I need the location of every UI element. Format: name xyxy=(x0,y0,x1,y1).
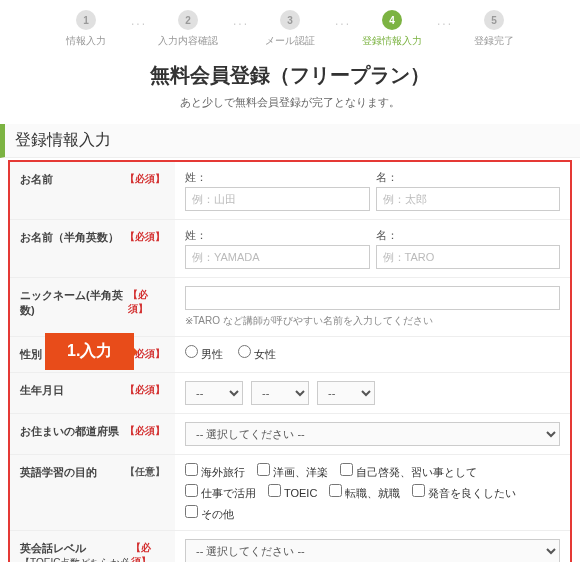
step-label: 入力内容確認 xyxy=(158,34,218,48)
row-conv-level: 英会話レベル【TOEIC点数どちらか必須】【必須】 -- 選択してください -- xyxy=(10,531,570,562)
label-purpose: 英語学習の目的 xyxy=(20,465,97,480)
input-sei-en[interactable] xyxy=(185,245,370,269)
step-label: 登録完了 xyxy=(474,34,514,48)
select-prefecture[interactable]: -- 選択してください -- xyxy=(185,422,560,446)
subtitle: あと少しで無料会員登録が完了となります。 xyxy=(0,95,580,110)
radio-male-label[interactable]: 男性 xyxy=(185,348,223,360)
select-day[interactable]: -- xyxy=(317,381,375,405)
label-name-en: お名前（半角英数） xyxy=(20,230,119,245)
progress-bar: 1情報入力2入力内容確認3メール認証4登録情報入力5登録完了 xyxy=(0,0,580,54)
check-option[interactable]: 転職、就職 xyxy=(329,484,400,501)
label-prefecture: お住まいの都道府県 xyxy=(20,424,119,439)
form-container: 1.入力 お名前【必須】 姓： 名： お名前（半角英数）【必須】 姓： 名： ニ… xyxy=(8,160,572,562)
check-option[interactable]: TOEIC xyxy=(268,484,317,501)
tag-required: 【必須】 xyxy=(125,172,165,186)
page-title: 無料会員登録（フリープラン） xyxy=(0,62,580,89)
checkbox[interactable] xyxy=(185,505,198,518)
check-option[interactable]: 洋画、洋楽 xyxy=(257,463,328,480)
row-name-en: お名前（半角英数）【必須】 姓： 名： xyxy=(10,220,570,278)
step-circle: 5 xyxy=(484,10,504,30)
select-month[interactable]: -- xyxy=(251,381,309,405)
step-circle: 4 xyxy=(382,10,402,30)
checkbox[interactable] xyxy=(329,484,342,497)
check-option[interactable]: その他 xyxy=(185,505,234,522)
step-circle: 3 xyxy=(280,10,300,30)
checkbox[interactable] xyxy=(340,463,353,476)
radio-female-label[interactable]: 女性 xyxy=(238,348,276,360)
select-year[interactable]: -- xyxy=(185,381,243,405)
label-mei: 名： xyxy=(376,170,561,185)
row-name: お名前【必須】 姓： 名： xyxy=(10,162,570,220)
label-gender: 性別 xyxy=(20,347,42,362)
tag-optional: 【任意】 xyxy=(125,465,165,479)
check-option[interactable]: 海外旅行 xyxy=(185,463,245,480)
radio-male[interactable] xyxy=(185,345,198,358)
input-sei[interactable] xyxy=(185,187,370,211)
step-label: 情報入力 xyxy=(66,34,106,48)
checkbox[interactable] xyxy=(185,484,198,497)
label-name: お名前 xyxy=(20,172,53,187)
check-option[interactable]: 仕事で活用 xyxy=(185,484,256,501)
section-header: 登録情報入力 xyxy=(0,124,580,158)
label-nickname: ニックネーム(半角英数) xyxy=(20,288,128,318)
check-option[interactable]: 自己啓発、習い事として xyxy=(340,463,477,480)
step-5: 5登録完了 xyxy=(459,10,529,48)
checkbox[interactable] xyxy=(257,463,270,476)
row-prefecture: お住まいの都道府県【必須】 -- 選択してください -- xyxy=(10,414,570,455)
step-2: 2入力内容確認 xyxy=(153,10,223,48)
radio-female[interactable] xyxy=(238,345,251,358)
step-4: 4登録情報入力 xyxy=(357,10,427,48)
step-1: 1情報入力 xyxy=(51,10,121,48)
hint-nickname: ※TARO など講師が呼びやすい名前を入力してください xyxy=(185,314,560,328)
checkbox[interactable] xyxy=(185,463,198,476)
label-conv-level: 英会話レベル xyxy=(20,542,86,554)
step-circle: 2 xyxy=(178,10,198,30)
input-mei[interactable] xyxy=(376,187,561,211)
callout-input: 1.入力 xyxy=(45,333,134,370)
row-purpose: 英語学習の目的【任意】 海外旅行 洋画、洋楽 自己啓発、習い事として 仕事で活用… xyxy=(10,455,570,531)
checkbox[interactable] xyxy=(412,484,425,497)
step-circle: 1 xyxy=(76,10,96,30)
row-nickname: ニックネーム(半角英数)【必須】 ※TARO など講師が呼びやすい名前を入力して… xyxy=(10,278,570,337)
step-label: メール認証 xyxy=(265,34,315,48)
input-mei-en[interactable] xyxy=(376,245,561,269)
label-birthday: 生年月日 xyxy=(20,383,64,398)
label-sei: 姓： xyxy=(185,170,370,185)
step-3: 3メール認証 xyxy=(255,10,325,48)
row-birthday: 生年月日【必須】 -- -- -- xyxy=(10,373,570,414)
step-label: 登録情報入力 xyxy=(362,34,422,48)
checkbox[interactable] xyxy=(268,484,281,497)
check-option[interactable]: 発音を良くしたい xyxy=(412,484,516,501)
purpose-checks: 海外旅行 洋画、洋楽 自己啓発、習い事として 仕事で活用 TOEIC 転職、就職… xyxy=(185,463,560,522)
input-nickname[interactable] xyxy=(185,286,560,310)
select-conv-level[interactable]: -- 選択してください -- xyxy=(185,539,560,562)
